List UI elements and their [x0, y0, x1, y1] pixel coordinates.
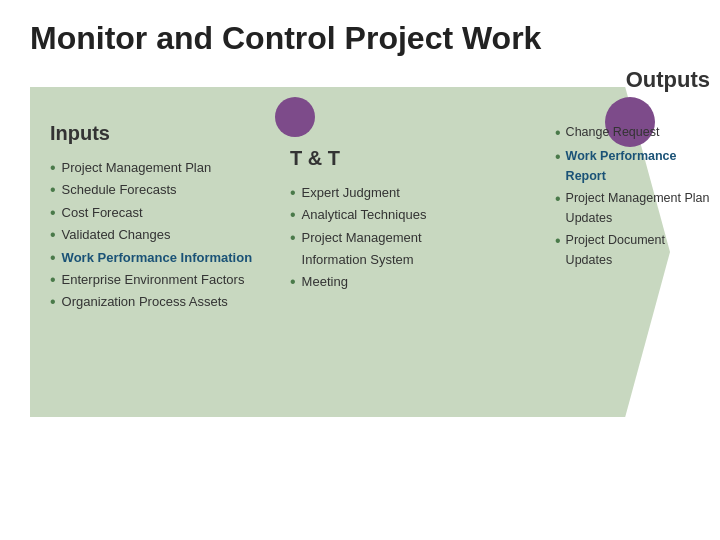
- bullet-icon: •: [50, 179, 56, 201]
- output-item-2: Work Performance Report: [566, 146, 710, 186]
- outputs-section: • Change Request • Work Performance Repo…: [555, 122, 710, 272]
- input-item-6: Enterprise Environment Factors: [62, 269, 245, 291]
- bullet-icon: •: [290, 204, 296, 226]
- tnt-heading: T & T: [290, 147, 490, 170]
- bullet-icon: •: [50, 224, 56, 246]
- input-item-1: Project Management Plan: [62, 157, 212, 179]
- list-item: • Change Request: [555, 122, 710, 144]
- bullet-icon: •: [50, 157, 56, 179]
- bullet-icon: •: [50, 202, 56, 224]
- input-item-3: Cost Forecast: [62, 202, 143, 224]
- list-item: • Analytical Techniques: [290, 204, 490, 226]
- list-item: • Work Performance Report: [555, 146, 710, 186]
- list-item: • Project Management Plan: [50, 157, 290, 179]
- bullet-icon: •: [290, 271, 296, 293]
- outputs-list: • Change Request • Work Performance Repo…: [555, 122, 710, 270]
- page: Monitor and Control Project Work Outputs…: [0, 0, 720, 540]
- inputs-list: • Project Management Plan • Schedule For…: [50, 157, 290, 314]
- output-item-1: Change Request: [566, 122, 660, 142]
- tnt-item-1: Expert Judgment: [302, 182, 400, 204]
- input-item-4: Validated Changes: [62, 224, 171, 246]
- tnt-list: • Expert Judgment • Analytical Technique…: [290, 182, 490, 293]
- input-item-7: Organization Process Assets: [62, 291, 228, 313]
- bullet-icon: •: [290, 182, 296, 204]
- bullet-icon: •: [555, 122, 561, 144]
- outputs-heading: Outputs: [626, 67, 710, 93]
- output-item-4: Project Document Updates: [566, 230, 710, 270]
- list-item: • Project Management Plan Updates: [555, 188, 710, 228]
- list-item: • Enterprise Environment Factors: [50, 269, 290, 291]
- bullet-icon: •: [50, 247, 56, 269]
- bullet-icon: •: [555, 188, 561, 210]
- inputs-heading: Inputs: [50, 122, 290, 145]
- tnt-section: T & T • Expert Judgment • Analytical Tec…: [290, 147, 490, 293]
- bullet-icon: •: [555, 230, 561, 252]
- bullet-icon: •: [290, 227, 296, 249]
- list-item: • Work Performance Information: [50, 247, 290, 269]
- bullet-icon: •: [50, 269, 56, 291]
- list-item: • Organization Process Assets: [50, 291, 290, 313]
- bullet-icon: •: [50, 291, 56, 313]
- tnt-item-3: Project Management Information System: [302, 227, 490, 271]
- list-item: • Project Management Information System: [290, 227, 490, 271]
- list-item: • Meeting: [290, 271, 490, 293]
- input-item-2: Schedule Forecasts: [62, 179, 177, 201]
- input-item-5: Work Performance Information: [62, 247, 252, 269]
- bullet-icon: •: [555, 146, 561, 168]
- list-item: • Expert Judgment: [290, 182, 490, 204]
- output-item-3: Project Management Plan Updates: [566, 188, 710, 228]
- page-title: Monitor and Control Project Work: [30, 20, 690, 57]
- tnt-item-2: Analytical Techniques: [302, 204, 427, 226]
- list-item: • Schedule Forecasts: [50, 179, 290, 201]
- arrow-container: Outputs Inputs • Project Management Plan…: [30, 67, 710, 457]
- inputs-section: Inputs • Project Management Plan • Sched…: [50, 122, 290, 314]
- list-item: • Project Document Updates: [555, 230, 710, 270]
- list-item: • Cost Forecast: [50, 202, 290, 224]
- list-item: • Validated Changes: [50, 224, 290, 246]
- tnt-item-4: Meeting: [302, 271, 348, 293]
